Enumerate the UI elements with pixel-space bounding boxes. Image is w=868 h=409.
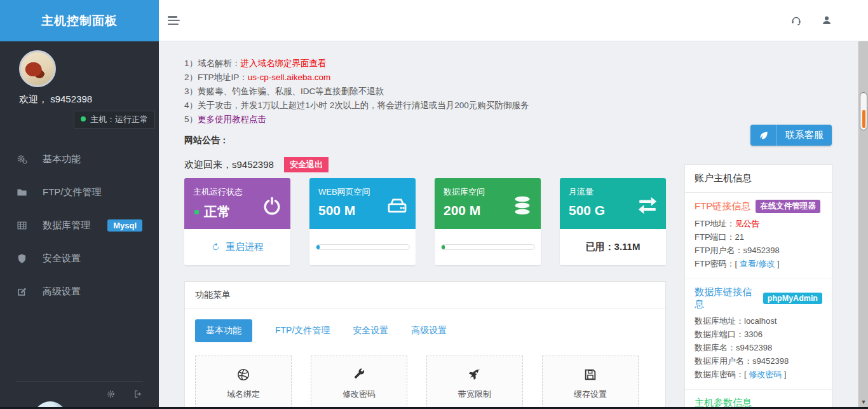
restart-label: 重启进程 — [226, 241, 264, 253]
sidebar-item-database[interactable]: 数据库管理 Mysql — [0, 209, 159, 242]
function-tabs: 基本功能 FTP/文件管理 安全设置 高级设置 — [195, 319, 655, 342]
announcements: 1）域名解析：进入域名绑定界面查看 2）FTP地址IP：us-cp-sell.a… — [184, 57, 666, 146]
announcement-line: 4）关于攻击，并发1万以上超过1小时 2次以上的，将会进行清退或当月200元购买… — [184, 99, 666, 113]
ftp-section-head: FTP链接信息 在线文件管理器 — [695, 200, 822, 213]
scrollbar-thumb[interactable] — [860, 92, 867, 130]
card-web-space-top: WEB网页空间 500 M — [309, 178, 416, 229]
status-dot-icon — [81, 116, 86, 121]
db-section-head: 数据库链接信息 phpMyAdmin — [695, 286, 822, 310]
host-control-panel-app: 主机控制面板 欢迎， s9452398 主机：运行正常 基本功能 FTP/文件管… — [0, 0, 868, 409]
globe-icon — [236, 368, 250, 382]
progress-fill — [316, 245, 320, 249]
card-web-space: WEB网页空间 500 M — [309, 178, 416, 265]
db-password-edit-link[interactable]: 修改密码 — [749, 370, 782, 379]
sidebar-item-basic-functions[interactable]: 基本功能 — [0, 142, 159, 176]
app-title: 主机控制面板 — [41, 13, 118, 29]
stat-cards-row: 主机运行状态 正常 重启进程 WEB网页空间 500 M — [184, 178, 666, 265]
sign-out-icon[interactable] — [133, 389, 143, 399]
card-traffic: 月流量 500 G 已用：3.11M — [560, 178, 666, 265]
hamburger-icon[interactable] — [168, 16, 180, 27]
db-name-line: 数据库名：s9452398 — [695, 341, 822, 354]
card-host-status-footer: 重启进程 — [184, 229, 290, 265]
function-menu-body: 基本功能 FTP/文件管理 安全设置 高级设置 域名绑定 修改密码 — [185, 309, 665, 409]
status-badge: 主机：运行正常 — [74, 111, 155, 128]
sidebar-item-advanced[interactable]: 高级设置 — [0, 275, 159, 308]
online-file-manager-badge[interactable]: 在线文件管理器 — [756, 200, 820, 213]
grid-item-bandwidth-limit[interactable]: 带宽限制 — [426, 356, 523, 409]
tab-advanced[interactable]: 高级设置 — [411, 325, 447, 336]
ftp-password-suffix: ] — [775, 259, 779, 268]
welcome-bar: 欢迎回来，s9452398 安全退出 — [184, 157, 666, 172]
function-menu-panel: 功能菜单 基本功能 FTP/文件管理 安全设置 高级设置 域名绑定 — [184, 281, 666, 409]
contact-support-button[interactable]: 联系客服 — [750, 125, 832, 146]
announcement-line: 3）黄赌毒、钓鱼诈骗、私服、IDC等直接删除不退款 — [184, 85, 666, 99]
panel-title: 账户主机信息 — [685, 165, 832, 193]
db-section-title: 数据库链接信息 — [695, 286, 758, 310]
restart-process-link[interactable]: 重启进程 — [211, 241, 264, 253]
logout-button[interactable]: 安全退出 — [284, 157, 329, 172]
announcement-text: 2）FTP地址IP： — [184, 73, 248, 82]
progress-fill — [442, 245, 445, 249]
topbar-icons — [790, 15, 832, 26]
avatar[interactable] — [19, 50, 56, 87]
gear-icon[interactable] — [106, 389, 116, 399]
traffic-used-text: 已用：3.11M — [586, 241, 641, 253]
ftp-port-line: FTP端口：21 — [695, 230, 822, 244]
function-grid-row: 域名绑定 修改密码 带宽限制 缓存设置 — [195, 356, 655, 409]
tab-ftp-files[interactable]: FTP/文件管理 — [275, 325, 330, 336]
panel-title: 功能菜单 — [185, 282, 665, 309]
sidebar-item-label: 基本功能 — [43, 153, 81, 165]
tutorials-link[interactable]: 更多使用教程点击 — [198, 114, 266, 124]
tab-security[interactable]: 安全设置 — [353, 325, 388, 336]
gears-icon — [17, 154, 27, 165]
grid-item-label: 带宽限制 — [458, 389, 491, 400]
welcome-back-text: 欢迎回来，s9452398 — [184, 159, 274, 171]
scrollbar-track[interactable]: ▼ — [858, 41, 868, 409]
phpmyadmin-badge[interactable]: phpMyAdmin — [763, 293, 822, 304]
database-icon — [512, 195, 533, 216]
card-traffic-top: 月流量 500 G — [560, 178, 666, 229]
ftp-section-title: FTP链接信息 — [695, 200, 750, 212]
ftp-address-value-link[interactable]: 见公告 — [735, 219, 760, 228]
card-host-status-top: 主机运行状态 正常 — [184, 178, 290, 229]
grid-item-cache-settings[interactable]: 缓存设置 — [542, 356, 639, 409]
db-password-label: 数据库密码：[ — [695, 370, 749, 379]
topbar — [159, 0, 868, 41]
domain-binding-link[interactable]: 进入域名绑定界面查看 — [241, 59, 327, 68]
profile-section: 欢迎， s9452398 — [0, 41, 159, 106]
grid-item-label: 修改密码 — [342, 389, 376, 400]
headset-icon[interactable] — [790, 15, 802, 26]
sidebar-welcome-text: 欢迎， s9452398 — [19, 94, 159, 106]
edit-icon — [17, 286, 27, 297]
ftp-address-line: FTP地址：见公告 — [695, 217, 822, 230]
shield-icon — [17, 253, 27, 264]
status-dot-icon — [194, 210, 199, 214]
grid-item-domain-binding[interactable]: 域名绑定 — [195, 356, 292, 409]
scrollbar-down-arrow[interactable]: ▼ — [859, 399, 868, 405]
sidebar-header: 主机控制面板 — [0, 0, 159, 41]
grid-item-change-password[interactable]: 修改密码 — [311, 356, 407, 409]
scrollbar-indicator — [862, 110, 865, 128]
hdd-icon — [386, 195, 408, 216]
refresh-icon — [211, 242, 220, 252]
sidebar-footer — [16, 381, 143, 401]
wrench-icon — [352, 368, 366, 382]
ftp-address-link[interactable]: us-cp-sell.aikeba.com — [248, 73, 331, 82]
sidebar-item-security[interactable]: 安全设置 — [0, 242, 159, 275]
ftp-password-view-edit-link[interactable]: 查看/修改 — [740, 259, 775, 268]
card-host-status: 主机运行状态 正常 重启进程 — [184, 178, 290, 265]
sidebar: 主机控制面板 欢迎， s9452398 主机：运行正常 基本功能 FTP/文件管… — [0, 0, 159, 409]
tab-basic-functions[interactable]: 基本功能 — [195, 319, 252, 342]
power-icon — [261, 195, 283, 216]
transfer-icon — [637, 195, 658, 216]
db-user-line: 数据库用户名：s9452398 — [695, 354, 822, 368]
ftp-password-line: FTP密码：[ 查看/修改 ] — [695, 257, 822, 270]
user-icon[interactable] — [821, 15, 832, 26]
announcement-text: 1）域名解析： — [184, 59, 241, 68]
grid-item-label: 缓存设置 — [574, 389, 607, 400]
sidebar-item-ftp-files[interactable]: FTP/文件管理 — [0, 176, 159, 209]
main-content: 1）域名解析：进入域名绑定界面查看 2）FTP地址IP：us-cp-sell.a… — [159, 41, 868, 409]
announcement-text: 3）黄赌毒、钓鱼诈骗、私服、IDC等直接删除不退款 — [184, 87, 384, 96]
ftp-address-label: FTP地址： — [695, 219, 735, 228]
grid-item-label: 域名绑定 — [227, 389, 260, 400]
